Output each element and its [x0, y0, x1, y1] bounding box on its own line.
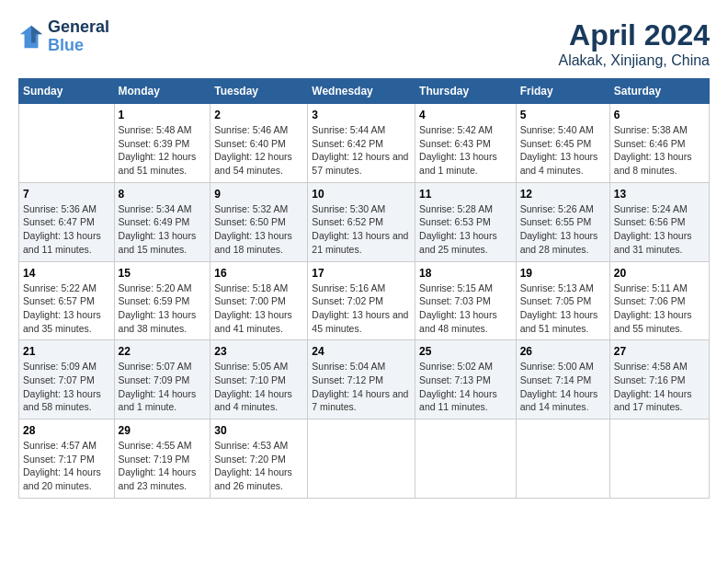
day-number: 14 — [23, 267, 110, 280]
calendar-cell: 18Sunrise: 5:15 AMSunset: 7:03 PMDayligh… — [415, 261, 517, 340]
calendar-cell: 24Sunrise: 5:04 AMSunset: 7:12 PMDayligh… — [308, 340, 415, 419]
day-info: Sunrise: 4:53 AMSunset: 7:20 PMDaylight:… — [214, 439, 303, 493]
day-info: Sunrise: 5:32 AMSunset: 6:50 PMDaylight:… — [214, 202, 303, 257]
day-info: Sunrise: 5:09 AMSunset: 7:07 PMDaylight:… — [23, 360, 110, 414]
day-number: 21 — [23, 345, 110, 358]
day-number: 20 — [614, 267, 705, 280]
day-number: 28 — [23, 424, 110, 437]
weekday-header-wednesday: Wednesday — [308, 79, 415, 104]
day-info: Sunrise: 5:46 AMSunset: 6:40 PMDaylight:… — [214, 123, 303, 178]
day-info: Sunrise: 5:05 AMSunset: 7:10 PMDaylight:… — [214, 360, 303, 414]
calendar-cell: 26Sunrise: 5:00 AMSunset: 7:14 PMDayligh… — [516, 340, 609, 419]
calendar-cell: 23Sunrise: 5:05 AMSunset: 7:10 PMDayligh… — [210, 340, 308, 419]
day-info: Sunrise: 5:16 AMSunset: 7:02 PMDaylight:… — [312, 282, 411, 336]
calendar-cell: 10Sunrise: 5:30 AMSunset: 6:52 PMDayligh… — [308, 182, 415, 261]
day-info: Sunrise: 5:07 AMSunset: 7:09 PMDaylight:… — [119, 360, 207, 414]
day-number: 24 — [312, 345, 411, 358]
weekday-header-friday: Friday — [516, 79, 609, 104]
day-number: 15 — [119, 267, 207, 280]
day-number: 29 — [119, 424, 207, 437]
calendar-cell: 19Sunrise: 5:13 AMSunset: 7:05 PMDayligh… — [516, 261, 609, 340]
day-info: Sunrise: 4:57 AMSunset: 7:17 PMDaylight:… — [23, 439, 110, 493]
weekday-header-sunday: Sunday — [19, 79, 115, 104]
day-info: Sunrise: 5:42 AMSunset: 6:43 PMDaylight:… — [419, 123, 512, 178]
calendar-cell: 2Sunrise: 5:46 AMSunset: 6:40 PMDaylight… — [210, 104, 308, 183]
calendar-header: SundayMondayTuesdayWednesdayThursdayFrid… — [19, 79, 710, 104]
calendar-week-row: 1Sunrise: 5:48 AMSunset: 6:39 PMDaylight… — [19, 104, 710, 183]
day-number: 13 — [614, 188, 705, 201]
calendar-cell: 8Sunrise: 5:34 AMSunset: 6:49 PMDaylight… — [114, 182, 210, 261]
day-number: 12 — [520, 188, 606, 201]
calendar-cell: 9Sunrise: 5:32 AMSunset: 6:50 PMDaylight… — [210, 182, 308, 261]
calendar-cell: 14Sunrise: 5:22 AMSunset: 6:57 PMDayligh… — [19, 261, 115, 340]
day-info: Sunrise: 4:55 AMSunset: 7:19 PMDaylight:… — [119, 439, 207, 493]
day-number: 2 — [214, 109, 303, 121]
calendar-cell: 30Sunrise: 4:53 AMSunset: 7:20 PMDayligh… — [210, 419, 308, 499]
calendar-cell: 6Sunrise: 5:38 AMSunset: 6:46 PMDaylight… — [609, 104, 709, 183]
calendar-week-row: 14Sunrise: 5:22 AMSunset: 6:57 PMDayligh… — [19, 261, 710, 340]
logo-text: General Blue — [48, 18, 109, 55]
calendar-cell — [19, 104, 115, 183]
day-info: Sunrise: 5:38 AMSunset: 6:46 PMDaylight:… — [614, 123, 705, 178]
calendar-body: 1Sunrise: 5:48 AMSunset: 6:39 PMDaylight… — [19, 104, 710, 499]
day-number: 8 — [119, 188, 207, 201]
day-info: Sunrise: 5:00 AMSunset: 7:14 PMDaylight:… — [520, 360, 606, 414]
weekday-header-monday: Monday — [114, 79, 210, 104]
day-info: Sunrise: 4:58 AMSunset: 7:16 PMDaylight:… — [614, 360, 705, 414]
day-info: Sunrise: 5:40 AMSunset: 6:45 PMDaylight:… — [520, 123, 606, 178]
weekday-header-saturday: Saturday — [609, 79, 709, 104]
day-info: Sunrise: 5:20 AMSunset: 6:59 PMDaylight:… — [119, 282, 207, 336]
calendar-cell: 17Sunrise: 5:16 AMSunset: 7:02 PMDayligh… — [308, 261, 415, 340]
day-info: Sunrise: 5:30 AMSunset: 6:52 PMDaylight:… — [312, 202, 411, 257]
day-number: 23 — [214, 345, 303, 358]
day-number: 6 — [614, 109, 705, 121]
day-info: Sunrise: 5:34 AMSunset: 6:49 PMDaylight:… — [119, 202, 207, 257]
calendar-cell: 11Sunrise: 5:28 AMSunset: 6:53 PMDayligh… — [415, 182, 517, 261]
day-info: Sunrise: 5:13 AMSunset: 7:05 PMDaylight:… — [520, 282, 606, 336]
day-number: 11 — [419, 188, 512, 201]
day-number: 5 — [520, 109, 606, 121]
calendar-cell — [415, 419, 517, 499]
day-info: Sunrise: 5:36 AMSunset: 6:47 PMDaylight:… — [23, 202, 110, 257]
day-number: 1 — [119, 109, 207, 121]
calendar-cell: 15Sunrise: 5:20 AMSunset: 6:59 PMDayligh… — [114, 261, 210, 340]
calendar-cell: 21Sunrise: 5:09 AMSunset: 7:07 PMDayligh… — [19, 340, 115, 419]
day-number: 30 — [214, 424, 303, 437]
day-info: Sunrise: 5:22 AMSunset: 6:57 PMDaylight:… — [23, 282, 110, 336]
day-info: Sunrise: 5:04 AMSunset: 7:12 PMDaylight:… — [312, 360, 411, 414]
day-number: 26 — [520, 345, 606, 358]
calendar-cell: 27Sunrise: 4:58 AMSunset: 7:16 PMDayligh… — [609, 340, 709, 419]
day-info: Sunrise: 5:48 AMSunset: 6:39 PMDaylight:… — [119, 123, 207, 178]
day-info: Sunrise: 5:28 AMSunset: 6:53 PMDaylight:… — [419, 202, 512, 257]
calendar-week-row: 7Sunrise: 5:36 AMSunset: 6:47 PMDaylight… — [19, 182, 710, 261]
calendar-cell: 5Sunrise: 5:40 AMSunset: 6:45 PMDaylight… — [516, 104, 609, 183]
logo-icon — [18, 24, 44, 50]
day-info: Sunrise: 5:24 AMSunset: 6:56 PMDaylight:… — [614, 202, 705, 257]
weekday-row: SundayMondayTuesdayWednesdayThursdayFrid… — [19, 79, 710, 104]
calendar-cell: 20Sunrise: 5:11 AMSunset: 7:06 PMDayligh… — [609, 261, 709, 340]
calendar-cell: 3Sunrise: 5:44 AMSunset: 6:42 PMDaylight… — [308, 104, 415, 183]
weekday-header-thursday: Thursday — [415, 79, 517, 104]
calendar-cell: 7Sunrise: 5:36 AMSunset: 6:47 PMDaylight… — [19, 182, 115, 261]
day-number: 16 — [214, 267, 303, 280]
calendar-cell: 29Sunrise: 4:55 AMSunset: 7:19 PMDayligh… — [114, 419, 210, 499]
calendar-cell — [308, 419, 415, 499]
calendar-cell: 22Sunrise: 5:07 AMSunset: 7:09 PMDayligh… — [114, 340, 210, 419]
day-number: 9 — [214, 188, 303, 201]
weekday-header-tuesday: Tuesday — [210, 79, 308, 104]
calendar-week-row: 28Sunrise: 4:57 AMSunset: 7:17 PMDayligh… — [19, 419, 710, 499]
day-info: Sunrise: 5:18 AMSunset: 7:00 PMDaylight:… — [214, 282, 303, 336]
day-number: 3 — [312, 109, 411, 121]
day-info: Sunrise: 5:15 AMSunset: 7:03 PMDaylight:… — [419, 282, 512, 336]
day-number: 4 — [419, 109, 512, 121]
day-info: Sunrise: 5:26 AMSunset: 6:55 PMDaylight:… — [520, 202, 606, 257]
day-number: 17 — [312, 267, 411, 280]
calendar-cell: 28Sunrise: 4:57 AMSunset: 7:17 PMDayligh… — [19, 419, 115, 499]
title-block: April 2024 Alakak, Xinjiang, China — [558, 18, 710, 69]
day-number: 10 — [312, 188, 411, 201]
calendar-cell — [516, 419, 609, 499]
calendar-table: SundayMondayTuesdayWednesdayThursdayFrid… — [18, 78, 710, 499]
calendar-cell: 12Sunrise: 5:26 AMSunset: 6:55 PMDayligh… — [516, 182, 609, 261]
day-info: Sunrise: 5:44 AMSunset: 6:42 PMDaylight:… — [312, 123, 411, 178]
calendar-cell: 13Sunrise: 5:24 AMSunset: 6:56 PMDayligh… — [609, 182, 709, 261]
